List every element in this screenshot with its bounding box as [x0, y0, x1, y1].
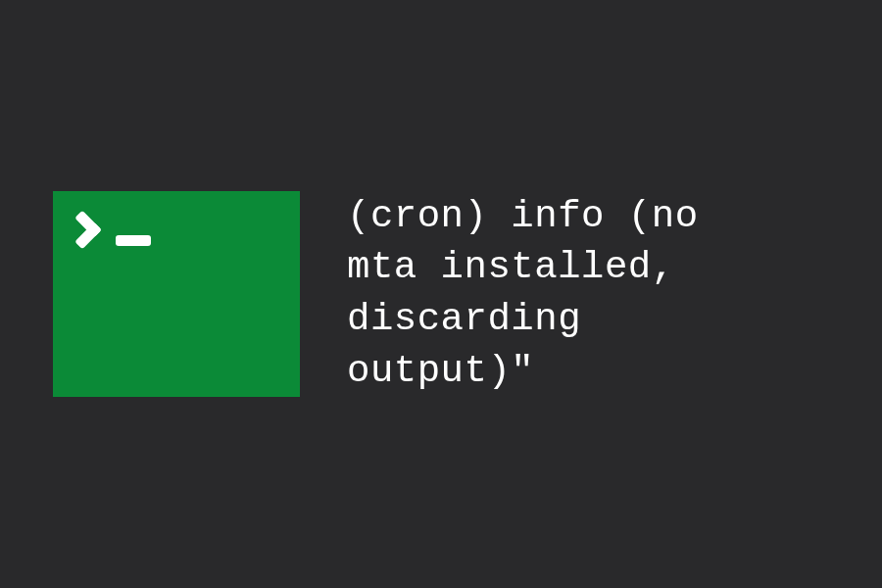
- terminal-prompt: [74, 211, 151, 252]
- chevron-right-icon: [74, 211, 104, 252]
- underscore-icon: [116, 235, 151, 246]
- error-message: (cron) info (no mta installed, discardin…: [347, 191, 699, 398]
- content-container: (cron) info (no mta installed, discardin…: [53, 191, 699, 398]
- terminal-icon: [53, 191, 300, 397]
